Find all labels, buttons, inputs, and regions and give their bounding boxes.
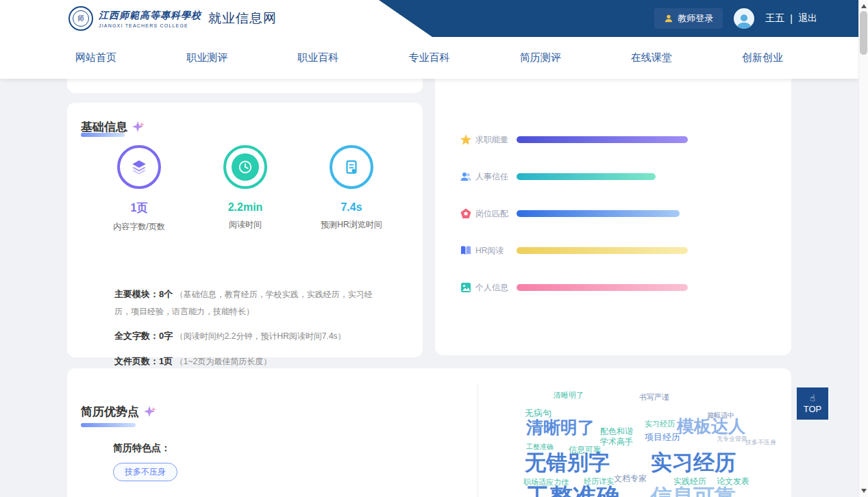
detail-label: 全文字数：0字: [114, 331, 173, 341]
main-nav: 网站首页 职业测评 职业百科 专业百科 简历测评 在线课堂 创新创业: [0, 37, 858, 79]
word-cloud-word: 模板达人: [677, 418, 745, 435]
site-name: 就业信息网: [208, 10, 277, 27]
detail-note: （1~2页为最佳简历长度）: [175, 357, 271, 366]
logo-text: 江西师範高等專科學校 JIANGXI TEACHERS COLLEGE: [99, 10, 201, 28]
score-label: 人事信任: [475, 171, 511, 183]
advantage-tag[interactable]: 技多不压身: [113, 463, 177, 481]
pointing-hand-icon: ☝: [810, 394, 815, 403]
college-logo-icon: 师: [69, 6, 93, 31]
nav-item-innovation[interactable]: 创新创业: [742, 51, 783, 64]
clock-icon: [223, 145, 267, 189]
score-label: 个人信息: [475, 282, 511, 294]
college-name: 江西师範高等專科學校: [99, 10, 201, 22]
advantages-title: 简历优势点: [81, 404, 139, 420]
nav-item-online-class[interactable]: 在线课堂: [631, 51, 672, 64]
word-cloud-word: 技多不压身: [745, 439, 776, 446]
header-right: 教师登录 王五 | 退出: [654, 0, 817, 37]
pentagon-icon: [460, 208, 471, 219]
basic-info-details: 主要模块：8个 （基础信息，教育经历，学校实践，实践经历，实习经历，项目经验，语…: [114, 286, 388, 379]
stat-value: 2.2min: [228, 201, 263, 214]
star-icon: [460, 134, 471, 145]
avatar-person-icon: [735, 12, 753, 29]
word-cloud-word: 清晰明了: [554, 392, 584, 399]
content-area: 基础信息: [0, 79, 858, 497]
teacher-login-button[interactable]: 教师登录: [654, 8, 723, 29]
logout-button[interactable]: 退出: [798, 12, 817, 25]
word-cloud-word: 实习经历: [651, 452, 736, 473]
title-underline: [81, 133, 125, 137]
detail-note: （阅读时间约2.2分钟，预计HR阅读时间7.4s）: [175, 331, 346, 341]
top-label: TOP: [804, 404, 822, 414]
word-cloud-word: 配色和谐: [600, 427, 633, 435]
user-menu[interactable]: 王五 | 退出: [765, 12, 817, 25]
word-cloud-word: 工整准确: [526, 444, 554, 450]
person-icon: [460, 171, 471, 182]
word-cloud-word: 实习经历: [645, 420, 675, 428]
score-bar: [517, 247, 688, 254]
word-cloud-word: 信息可靠: [651, 486, 736, 497]
image-icon: [460, 282, 471, 293]
stat-label: 阅读时间: [229, 219, 262, 231]
score-label: 求职能量: [475, 134, 511, 146]
stat-label: 内容字数/页数: [113, 221, 164, 233]
stat-value: 1页: [131, 201, 148, 216]
advantages-card: 简历优势点 简历特色点： 技多不压身 清晰明了书写严谨无病句篇幅适中清晰明了实习…: [67, 368, 791, 497]
teacher-login-label: 教师登录: [678, 12, 713, 25]
logo-mark: 师: [73, 10, 89, 27]
score-label: HR阅读: [475, 245, 511, 257]
score-row-hr-read: HR阅读: [460, 232, 776, 269]
word-cloud-word: 书写严谨: [639, 394, 669, 401]
stats-row: 1页 内容字数/页数 2.2min 阅读时间: [91, 145, 399, 233]
page: 师 江西师範高等專科學校 JIANGXI TEACHERS COLLEGE 就业…: [0, 0, 858, 497]
word-cloud-word: 无专业背景: [717, 436, 747, 442]
nav-item-career-test[interactable]: 职业测评: [186, 51, 227, 64]
word-cloud: 清晰明了书写严谨无病句篇幅适中清晰明了实习经历模板达人配色和谐项目经历无专业背景…: [478, 383, 791, 497]
stat-read-time: 2.2min 阅读时间: [197, 145, 293, 233]
score-label: 岗位匹配: [475, 208, 511, 220]
word-cloud-word: 项目经历: [645, 433, 680, 442]
nav-item-home[interactable]: 网站首页: [75, 51, 116, 64]
detail-modules: 主要模块：8个 （基础信息，教育经历，学校实践，实践经历，实习经历，项目经验，语…: [114, 286, 388, 320]
sparkle-icon: [142, 405, 157, 420]
score-row-personal-info: 个人信息: [460, 269, 776, 306]
word-cloud-word: 学术高手: [600, 437, 633, 446]
sparkle-icon: [130, 120, 145, 135]
scroll-up-arrow-icon[interactable]: [861, 4, 867, 8]
nav-item-career-wiki[interactable]: 职业百科: [297, 51, 338, 64]
word-cloud-word: 无错别字: [525, 452, 610, 473]
score-bar: [517, 173, 688, 180]
scroll-down-arrow-icon[interactable]: [861, 489, 867, 493]
word-cloud-word: 清晰明了: [526, 419, 595, 436]
score-rows: 求职能量 人事信任: [460, 121, 776, 306]
back-to-top-button[interactable]: ☝ TOP: [797, 387, 828, 420]
detail-label: 文件页数：1页: [114, 356, 173, 366]
score-bar: [517, 136, 688, 143]
advantages-subtitle: 简历特色点：: [113, 442, 171, 455]
score-bar: [517, 210, 688, 217]
scrollbar[interactable]: [858, 0, 868, 497]
score-row-job-match: 岗位匹配: [460, 195, 776, 232]
nav-item-major-wiki[interactable]: 专业百科: [408, 51, 449, 64]
basic-info-card: 基础信息: [67, 103, 423, 357]
stat-hr-time: 7.4s 预测HR浏览时间: [303, 145, 399, 233]
word-cloud-word: 工整准确: [526, 485, 619, 497]
word-cloud-word: 无病句: [525, 409, 551, 418]
detail-label: 主要模块：8个: [114, 289, 173, 299]
logo[interactable]: 师 江西师範高等專科學校 JIANGXI TEACHERS COLLEGE 就业…: [69, 6, 277, 31]
score-chart-card: 求职能量 人事信任: [435, 79, 791, 355]
document-icon: [330, 145, 373, 189]
word-cloud-word: 文档专家: [614, 474, 647, 483]
score-row-hr-trust: 人事信任: [460, 158, 776, 195]
previous-card-fragment: [67, 79, 423, 93]
nav-item-resume-review[interactable]: 简历测评: [520, 51, 561, 64]
scrollbar-thumb[interactable]: [860, 11, 867, 55]
header: 师 江西师範高等專科學校 JIANGXI TEACHERS COLLEGE 就业…: [0, 0, 858, 37]
stat-pages: 1页 内容字数/页数: [91, 145, 187, 233]
layers-icon: [117, 145, 161, 189]
avatar[interactable]: [734, 8, 754, 29]
person-icon: [664, 14, 673, 23]
score-row-job-energy: 求职能量: [460, 121, 776, 158]
title-underline: [81, 423, 136, 427]
book-icon: [460, 245, 471, 256]
username: 王五: [765, 12, 784, 25]
